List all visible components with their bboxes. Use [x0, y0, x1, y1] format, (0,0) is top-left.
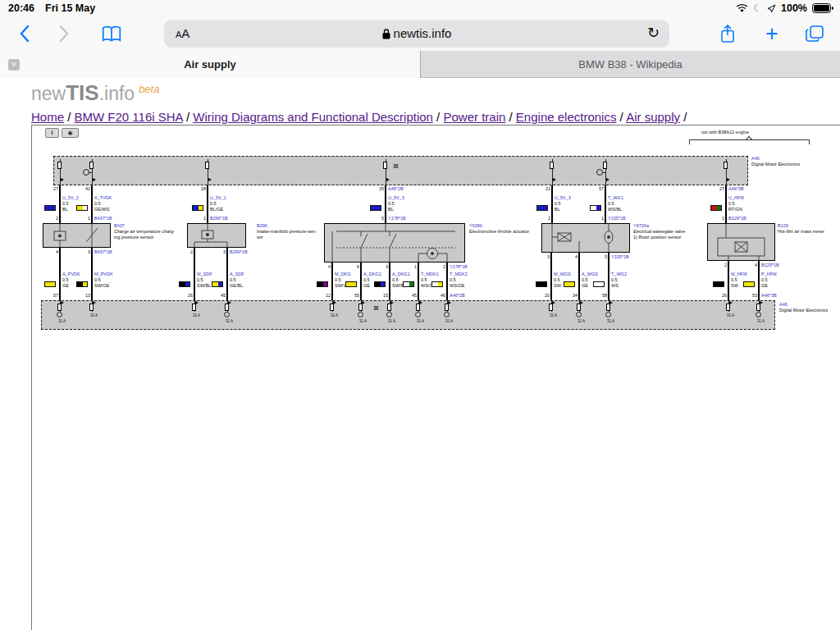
- signal-name: A_TVDK: [94, 195, 112, 200]
- wire-size: 0.5: [728, 201, 735, 206]
- wire-color-swatch: [564, 281, 575, 287]
- connector-label: Y178*1B: [388, 216, 406, 221]
- signal-name: A_PVDK: [62, 272, 80, 276]
- ecu-name: Digital Motor Electronics: [779, 308, 828, 313]
- wire-color-swatch: [179, 281, 190, 287]
- component-pin-number: 2: [716, 262, 727, 267]
- wire-color-swatch: [44, 205, 56, 211]
- fuse-symbol: [724, 162, 728, 169]
- fuse-symbol: [205, 162, 209, 169]
- component-symbol: [324, 223, 465, 262]
- wire-color-swatch: [317, 281, 328, 287]
- component-pin-number: 2: [540, 216, 550, 221]
- signal-name: M_SDF: [197, 272, 212, 276]
- wire-size: 0.5: [761, 277, 768, 282]
- ecu-pin-number: 45: [406, 293, 417, 298]
- wire-color-code: WS/GE: [450, 283, 464, 288]
- ecu-pin-number: 57: [593, 186, 604, 191]
- wire-size: 0.5: [94, 277, 101, 282]
- wire-color-swatch: [345, 281, 357, 287]
- component-description: Intake-manifold pressure sen-: [257, 229, 317, 234]
- splice-icon: ⊠: [393, 163, 399, 170]
- component-id: B129: [778, 223, 788, 228]
- signal-name: U_5V_3: [555, 195, 571, 200]
- wire-size: 0.5: [363, 277, 370, 282]
- ground-symbol: [576, 312, 582, 317]
- connector-label: B129*1B: [728, 216, 746, 221]
- wire-color-code: BL: [62, 207, 68, 212]
- wire-segment: [418, 262, 419, 300]
- wire-segment: [389, 262, 390, 300]
- wire-segment: [578, 253, 580, 300]
- ground-symbol: [444, 312, 450, 317]
- component-pin-number: 3: [539, 254, 550, 259]
- connector-label: A46*3B: [728, 186, 744, 191]
- resistor-symbol: [358, 304, 363, 311]
- resistor-symbol: [225, 304, 229, 311]
- wire-color-code: WS: [611, 283, 619, 288]
- ecu-pin-number: 27: [714, 186, 724, 191]
- signal-name: U_5V_2: [62, 195, 79, 200]
- wire-segment: [725, 185, 727, 223]
- signal-name: T_WG1: [608, 195, 623, 200]
- ecu-pin-number: 15: [377, 293, 388, 298]
- wire-color-swatch: [590, 205, 601, 211]
- ground-label: 31 A: [727, 313, 734, 317]
- screen: 20:46 Fri 15 May ☾ 100% AA newtis.info ↻…: [0, 0, 840, 630]
- entry-arrow-icon: [61, 178, 64, 181]
- signal-name: T_MDK1: [421, 272, 439, 276]
- resistor-symbol: [606, 304, 610, 311]
- wire-size: 0.5: [392, 277, 399, 282]
- wire-color-swatch: [710, 205, 722, 211]
- connector-label: B437*1B: [94, 216, 112, 221]
- wire-size: 0.5: [335, 277, 341, 282]
- resistor-symbol: [57, 304, 62, 311]
- wire-color-swatch: [374, 281, 386, 287]
- ground-label: 31 A: [90, 313, 98, 317]
- connector-label: A46*2B: [450, 293, 465, 298]
- ecu-pin-number: 28: [195, 186, 206, 191]
- signal-name: A_DKG1: [392, 272, 410, 276]
- wire-size: 0.5: [230, 277, 236, 282]
- wire-segment: [385, 185, 386, 223]
- connector-label: Y105*1B: [611, 254, 629, 259]
- wiring-diagram[interactable]: not with B38A12 engineA46Digital Motor E…: [0, 0, 840, 630]
- ecu-pin-number: 20: [539, 293, 550, 298]
- resistor-symbol: [330, 304, 334, 311]
- signal-name: U_5V_1: [210, 195, 226, 200]
- ground-symbol: [358, 312, 363, 317]
- ecu-pin-number: 27: [48, 186, 58, 191]
- wire-color-code: SW: [554, 283, 561, 288]
- component-pin-number: 2: [48, 216, 58, 221]
- ground-label: 31 A: [331, 313, 338, 317]
- wire-color-code: SW/GE: [94, 283, 109, 288]
- ecu-pin-number: 12: [320, 293, 331, 298]
- wire-color-swatch: [536, 281, 547, 287]
- wire-size: 0.5: [608, 201, 614, 206]
- wire-color-swatch: [743, 281, 755, 287]
- engine-note: not with B38A12 engine: [701, 130, 749, 135]
- wire-color-code: WS/BL: [608, 207, 622, 212]
- wire-size: 0.5: [210, 201, 217, 206]
- signal-name: T_MDK2: [450, 272, 468, 276]
- connector-label: B129*1B: [761, 262, 779, 267]
- wire-segment: [91, 248, 93, 300]
- ecu-pin-number: 13: [80, 293, 90, 298]
- wire-color-swatch: [431, 281, 443, 287]
- component-pin-number: 1: [80, 216, 90, 221]
- wire-color-code: GE: [363, 283, 370, 288]
- entry-arrow-icon: [208, 178, 212, 181]
- wire-size: 0.5: [94, 201, 101, 206]
- connector-label: B437*1B: [94, 249, 112, 254]
- signal-name: M_HFM: [731, 272, 747, 276]
- wire-size: 0.5: [421, 277, 427, 282]
- wire-color-code: GE: [582, 283, 588, 288]
- wire-color-swatch: [403, 281, 414, 287]
- wire-color-swatch: [76, 205, 88, 211]
- component-pin-number: 5: [373, 216, 384, 221]
- component-pin-number: 5: [596, 254, 607, 259]
- wire-color-swatch: [192, 205, 203, 211]
- entry-arrow-icon: [386, 178, 390, 181]
- ground-symbol: [224, 312, 230, 317]
- wire-segment: [446, 262, 448, 300]
